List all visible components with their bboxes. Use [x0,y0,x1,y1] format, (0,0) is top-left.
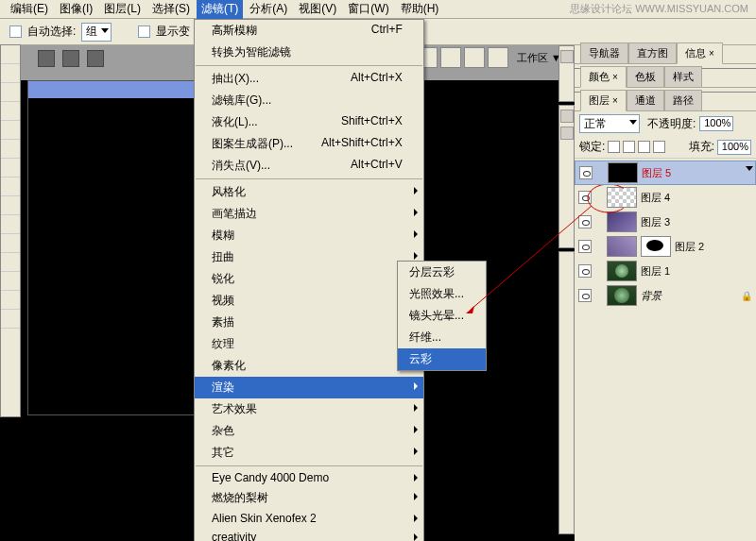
type-tool-icon[interactable] [1,272,20,291]
align-icon[interactable] [38,50,55,67]
visibility-eye-icon[interactable] [578,191,592,204]
layer-thumbnail[interactable] [607,187,637,208]
expand-icon[interactable] [560,50,574,63]
menu-item[interactable]: 窗口(W) [343,0,393,19]
menu-item[interactable]: 抽出(X)...Alt+Ctrl+X [195,68,423,90]
lasso-tool-icon[interactable] [1,83,20,102]
blur-tool-icon[interactable] [1,234,20,253]
opacity-input[interactable]: 100% [699,116,733,131]
menu-item[interactable]: 滤镜库(G)... [195,90,423,111]
menu-item[interactable]: 渲染 [195,377,423,398]
submenu-item[interactable]: 分层云彩 [398,262,486,283]
blend-mode-select[interactable]: 正常 [579,114,640,133]
menu-item[interactable]: 帮助(H) [396,0,444,19]
panel-tab[interactable]: 样式 [664,66,702,87]
menu-item[interactable]: Alien Skin Xenofex 2 [195,509,423,528]
layer-thumbnail[interactable] [607,285,637,306]
visibility-eye-icon[interactable] [579,166,593,179]
menu-item[interactable]: creativity [195,528,423,541]
eyedropper-tool-icon[interactable] [1,140,20,159]
lock-all-icon[interactable] [653,141,665,153]
submenu-item[interactable]: 镜头光晕... [398,305,486,327]
panel-tab[interactable]: 信息× [677,42,723,64]
layer-name[interactable]: 背景 [641,289,737,303]
layer-row[interactable]: 图层 3 [575,210,756,234]
menu-item[interactable]: 转换为智能滤镜 [195,42,423,63]
layer-thumbnail[interactable] [608,162,638,183]
crop-tool-icon[interactable] [1,121,20,140]
submenu-item[interactable]: 纤维... [398,327,486,348]
menu-item[interactable]: 素描 [195,312,423,333]
screen-mode-icon[interactable] [440,47,461,68]
layer-row[interactable]: 图层 1 [575,259,756,283]
close-icon[interactable]: × [709,48,714,59]
panel-tab[interactable]: 路径 [664,90,702,110]
menu-item[interactable]: 消失点(V)...Alt+Ctrl+V [195,155,423,177]
menu-item[interactable]: 分析(A) [245,0,292,19]
panel-tab[interactable]: 色板 [627,66,664,87]
menu-item[interactable]: 高斯模糊Ctrl+F [195,20,423,42]
visibility-eye-icon[interactable] [578,264,592,278]
menu-item[interactable]: 编辑(E) [6,0,53,19]
panel-collapse-strip[interactable] [558,105,575,248]
visibility-eye-icon[interactable] [578,289,592,302]
align-icon[interactable] [62,50,79,67]
layer-row[interactable]: 图层 2 [575,234,756,259]
menu-item[interactable]: 艺术效果 [195,398,423,420]
eraser-tool-icon[interactable] [1,196,20,215]
menu-item[interactable]: 滤镜(T) [197,0,243,19]
path-tool-icon[interactable] [1,291,20,310]
menu-item[interactable]: 图像(I) [55,0,97,19]
menu-item[interactable]: 模糊 [195,225,423,246]
panel-collapse-strip[interactable] [558,45,575,102]
menu-item[interactable]: 其它 [195,442,423,464]
auto-select-checkbox[interactable] [9,25,22,38]
hand-icon[interactable] [464,47,485,68]
close-icon[interactable]: × [612,72,618,82]
lock-transparent-icon[interactable] [608,141,620,153]
shape-tool-icon[interactable] [1,310,20,329]
lock-image-icon[interactable] [623,141,635,153]
menu-item[interactable]: 图层(L) [99,0,146,19]
menu-item[interactable]: 杂色 [195,420,423,442]
menu-item[interactable]: 扭曲 [195,246,423,268]
menu-item[interactable]: 燃烧的梨树 [195,487,423,509]
panel-tab[interactable]: 颜色× [580,66,627,88]
menu-item[interactable]: 纹理 [195,333,423,355]
brush-tool-icon[interactable] [1,159,20,178]
layer-name[interactable]: 图层 1 [641,264,752,279]
visibility-eye-icon[interactable] [578,215,592,228]
panel-tab[interactable]: 导航器 [580,42,628,63]
layer-thumbnail[interactable] [607,211,637,232]
move-tool-icon[interactable] [1,45,20,64]
layer-thumbnail[interactable] [607,261,637,281]
panel-collapse-strip[interactable] [558,251,575,534]
layer-thumbnail[interactable] [607,236,637,257]
submenu-item[interactable]: 光照效果... [398,283,486,305]
layer-name[interactable]: 图层 2 [675,240,752,254]
panel-tab[interactable]: 图层× [580,90,627,111]
layer-name[interactable]: 图层 5 [642,166,751,180]
character-icon[interactable] [560,110,574,123]
marquee-tool-icon[interactable] [1,64,20,83]
panel-tab[interactable]: 直方图 [628,42,677,63]
close-icon[interactable]: × [612,95,618,106]
screen-mode-icon[interactable] [488,47,508,68]
menu-item[interactable]: 液化(L)...Shift+Ctrl+X [195,111,423,133]
menu-item[interactable]: 画笔描边 [195,203,423,225]
layer-row[interactable]: 图层 4 [575,185,756,210]
menu-item[interactable]: 锐化 [195,268,423,290]
gradient-tool-icon[interactable] [1,215,20,234]
paragraph-icon[interactable] [560,127,574,140]
menu-item[interactable]: 视图(V) [294,0,341,19]
panel-tab[interactable]: 通道 [627,90,664,110]
menu-item[interactable]: 图案生成器(P)...Alt+Shift+Ctrl+X [195,133,423,155]
layer-row[interactable]: 背景🔒 [575,283,756,308]
menu-item[interactable]: Eye Candy 4000 Demo [195,468,423,487]
wand-tool-icon[interactable] [1,102,20,121]
menu-item[interactable]: 选择(S) [147,0,195,19]
menu-item[interactable]: 像素化 [195,355,423,377]
fill-input[interactable]: 100% [717,140,751,155]
layer-name[interactable]: 图层 4 [641,191,752,205]
pen-tool-icon[interactable] [1,253,20,272]
